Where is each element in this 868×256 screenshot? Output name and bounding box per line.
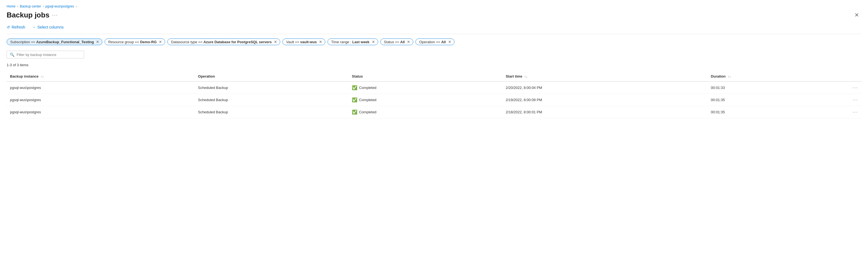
col-header-status: Status bbox=[348, 72, 502, 82]
table-row[interactable]: pgsql-wus\postgres Scheduled Backup ✅ Co… bbox=[7, 82, 861, 94]
search-icon: 🔍 bbox=[10, 52, 14, 57]
filter-close-status[interactable]: ✕ bbox=[407, 39, 410, 44]
cell-duration-0: 00:01:33 bbox=[708, 82, 827, 94]
toolbar: ↺ Refresh → Select columns bbox=[7, 24, 861, 34]
cell-actions-0[interactable]: ··· bbox=[827, 82, 861, 94]
breadcrumb-backup-center[interactable]: Backup center bbox=[20, 4, 41, 8]
filter-chip-datasource_type[interactable]: Datasource type == Azure Database for Po… bbox=[167, 38, 280, 45]
cell-status-2: ✅ Completed bbox=[348, 106, 502, 118]
cell-instance-0: pgsql-wus\postgres bbox=[7, 82, 195, 94]
cell-status-1: ✅ Completed bbox=[348, 94, 502, 106]
col-header-operation: Operation bbox=[195, 72, 348, 82]
status-icon-1: ✅ bbox=[352, 97, 358, 103]
table-body: pgsql-wus\postgres Scheduled Backup ✅ Co… bbox=[7, 82, 861, 118]
filter-close-subscription[interactable]: ✕ bbox=[96, 39, 99, 44]
col-header-actions bbox=[827, 72, 861, 82]
search-input[interactable] bbox=[17, 53, 81, 57]
filter-chip-subscription[interactable]: Subscription == AzureBackup_Functional_T… bbox=[7, 38, 102, 45]
filter-label-operation: Operation == All bbox=[419, 40, 445, 44]
items-count: 1-3 of 3 items bbox=[7, 63, 861, 67]
filter-label-datasource_type: Datasource type == Azure Database for Po… bbox=[171, 40, 272, 44]
filter-close-datasource_type[interactable]: ✕ bbox=[274, 39, 277, 44]
breadcrumb: Home › Backup center › pgsql-wus\postgre… bbox=[7, 4, 861, 8]
status-label-1: Completed bbox=[359, 98, 376, 102]
filter-label-subscription: Subscription == AzureBackup_Functional_T… bbox=[10, 40, 94, 44]
filter-chip-time_range[interactable]: Time range : Last week✕ bbox=[328, 38, 378, 45]
filters-row: Subscription == AzureBackup_Functional_T… bbox=[7, 38, 861, 45]
col-header-instance[interactable]: Backup instance ↑↓ bbox=[7, 72, 195, 82]
filter-close-time_range[interactable]: ✕ bbox=[372, 39, 375, 44]
breadcrumb-sep-1: › bbox=[17, 5, 18, 8]
filter-chip-operation[interactable]: Operation == All✕ bbox=[415, 38, 454, 45]
filter-chip-vault[interactable]: Vault == vault-wus✕ bbox=[282, 38, 325, 45]
breadcrumb-home[interactable]: Home bbox=[7, 4, 16, 8]
close-button[interactable]: ✕ bbox=[852, 10, 861, 20]
status-icon-0: ✅ bbox=[352, 85, 358, 90]
cell-duration-1: 00:01:35 bbox=[708, 94, 827, 106]
cell-duration-2: 00:01:35 bbox=[708, 106, 827, 118]
cell-actions-2[interactable]: ··· bbox=[827, 106, 861, 118]
cell-starttime-0: 2/20/2022, 8:00:04 PM bbox=[502, 82, 708, 94]
table-header: Backup instance ↑↓OperationStatusStart t… bbox=[7, 72, 861, 82]
cell-operation-2: Scheduled Backup bbox=[195, 106, 348, 118]
sort-icon-duration: ↑↓ bbox=[728, 75, 731, 78]
cell-actions-1[interactable]: ··· bbox=[827, 94, 861, 106]
table-row[interactable]: pgsql-wus\postgres Scheduled Backup ✅ Co… bbox=[7, 106, 861, 118]
cell-status-0: ✅ Completed bbox=[348, 82, 502, 94]
page-title-area: Backup jobs ··· bbox=[7, 11, 58, 20]
row-more-icon-2[interactable]: ··· bbox=[853, 110, 858, 114]
refresh-label: Refresh bbox=[11, 25, 25, 29]
cell-instance-2: pgsql-wus\postgres bbox=[7, 106, 195, 118]
breadcrumb-sep-2: › bbox=[42, 5, 44, 8]
page-title: Backup jobs bbox=[7, 11, 50, 20]
filter-chip-resource_group[interactable]: Resource group == Demo-RG✕ bbox=[104, 38, 165, 45]
row-more-icon-0[interactable]: ··· bbox=[853, 85, 858, 90]
cell-operation-0: Scheduled Backup bbox=[195, 82, 348, 94]
status-label-0: Completed bbox=[359, 86, 376, 90]
filter-label-status: Status == All bbox=[384, 40, 405, 44]
col-header-start_time[interactable]: Start time ↑↓ bbox=[502, 72, 708, 82]
table-row[interactable]: pgsql-wus\postgres Scheduled Backup ✅ Co… bbox=[7, 94, 861, 106]
refresh-button[interactable]: ↺ Refresh bbox=[7, 24, 25, 30]
filter-label-time_range: Time range : Last week bbox=[331, 40, 369, 44]
select-columns-label: Select columns bbox=[37, 25, 64, 29]
select-columns-icon: → bbox=[32, 25, 36, 29]
status-icon-2: ✅ bbox=[352, 109, 358, 115]
sort-icon-start_time: ↑↓ bbox=[524, 75, 527, 78]
row-more-icon-1[interactable]: ··· bbox=[853, 97, 858, 102]
cell-instance-1: pgsql-wus\postgres bbox=[7, 94, 195, 106]
status-label-2: Completed bbox=[359, 110, 376, 114]
sort-icon-instance: ↑↓ bbox=[41, 75, 44, 78]
search-box: 🔍 bbox=[7, 51, 84, 58]
page-more-icon[interactable]: ··· bbox=[52, 12, 58, 18]
filter-close-resource_group[interactable]: ✕ bbox=[159, 39, 162, 44]
page-header: Backup jobs ··· ✕ bbox=[7, 10, 861, 20]
filter-chip-status[interactable]: Status == All✕ bbox=[380, 38, 413, 45]
filter-label-vault: Vault == vault-wus bbox=[286, 40, 317, 44]
cell-starttime-1: 2/19/2022, 8:00:09 PM bbox=[502, 94, 708, 106]
cell-operation-1: Scheduled Backup bbox=[195, 94, 348, 106]
refresh-icon: ↺ bbox=[7, 25, 10, 29]
data-table: Backup instance ↑↓OperationStatusStart t… bbox=[7, 72, 861, 118]
filter-label-resource_group: Resource group == Demo-RG bbox=[108, 40, 157, 44]
filter-close-vault[interactable]: ✕ bbox=[319, 39, 322, 44]
cell-starttime-2: 2/18/2022, 8:00:01 PM bbox=[502, 106, 708, 118]
filter-close-operation[interactable]: ✕ bbox=[448, 39, 452, 44]
breadcrumb-instance[interactable]: pgsql-wus\postgres bbox=[45, 4, 74, 8]
col-header-duration[interactable]: Duration ↑↓ bbox=[708, 72, 827, 82]
select-columns-button[interactable]: → Select columns bbox=[32, 24, 64, 30]
breadcrumb-sep-3: › bbox=[75, 5, 76, 8]
